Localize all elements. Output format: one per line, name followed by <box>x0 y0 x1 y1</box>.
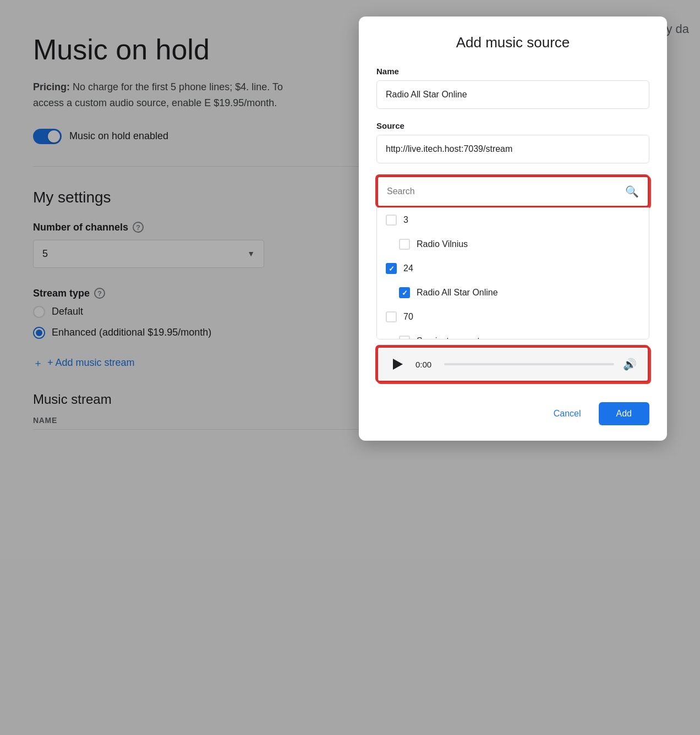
play-button[interactable] <box>389 355 407 373</box>
search-input-wrapper: 🔍 <box>378 177 648 206</box>
check-group-70: 70 Sunrisetosunset <box>377 305 649 339</box>
checkbox-radio-vilnius[interactable] <box>399 239 410 250</box>
check-label-sunrisetosunset: Sunrisetosunset <box>417 336 480 339</box>
check-group-3: 3 Radio Vilnius <box>377 208 649 256</box>
check-item-sunrisetosunset[interactable]: Sunrisetosunset <box>377 329 649 339</box>
station-checklist[interactable]: 3 Radio Vilnius 24 <box>376 207 649 339</box>
add-button[interactable]: Add <box>599 402 649 425</box>
check-label-70: 70 <box>403 312 413 322</box>
check-label-radio-all-star: Radio All Star Online <box>417 288 498 298</box>
checkbox-sunrisetosunset[interactable] <box>399 336 410 339</box>
cancel-button[interactable]: Cancel <box>543 402 592 425</box>
name-input[interactable] <box>376 80 649 109</box>
dialog-header: Add music source <box>359 17 667 51</box>
source-field: Source <box>376 121 649 163</box>
name-label: Name <box>376 67 649 76</box>
check-item-radio-all-star[interactable]: Radio All Star Online <box>377 281 649 305</box>
dialog-footer: Cancel Add <box>359 393 667 441</box>
name-field: Name <box>376 67 649 109</box>
check-label-3: 3 <box>403 215 408 225</box>
check-item-radio-vilnius[interactable]: Radio Vilnius <box>377 232 649 256</box>
source-label: Source <box>376 121 649 130</box>
check-item-24[interactable]: 24 <box>377 256 649 281</box>
modal-overlay: Add music source Name Source 🔍 <box>0 0 700 735</box>
checkbox-24[interactable] <box>386 263 397 274</box>
dialog-body: Name Source 🔍 <box>359 67 667 393</box>
dialog-title: Add music source <box>376 34 649 51</box>
check-label-24: 24 <box>403 264 413 273</box>
progress-bar[interactable] <box>444 363 614 365</box>
current-time: 0:00 <box>415 360 435 369</box>
search-icon: 🔍 <box>625 185 639 198</box>
source-input[interactable] <box>376 135 649 163</box>
audio-player: 0:00 🔊 <box>376 346 649 382</box>
checkbox-70[interactable] <box>386 311 397 322</box>
check-item-3[interactable]: 3 <box>377 208 649 232</box>
checkbox-radio-all-star[interactable] <box>399 287 410 298</box>
play-icon <box>393 359 403 370</box>
search-box-highlighted: 🔍 <box>376 175 649 207</box>
check-label-radio-vilnius: Radio Vilnius <box>417 239 468 249</box>
checkbox-3[interactable] <box>386 215 397 226</box>
check-item-70[interactable]: 70 <box>377 305 649 329</box>
search-container: 🔍 3 Radio Vilnius <box>376 175 649 339</box>
add-music-source-dialog: Add music source Name Source 🔍 <box>359 17 667 441</box>
search-input[interactable] <box>387 187 625 196</box>
check-group-24: 24 Radio All Star Online <box>377 256 649 305</box>
volume-icon[interactable]: 🔊 <box>623 358 637 371</box>
